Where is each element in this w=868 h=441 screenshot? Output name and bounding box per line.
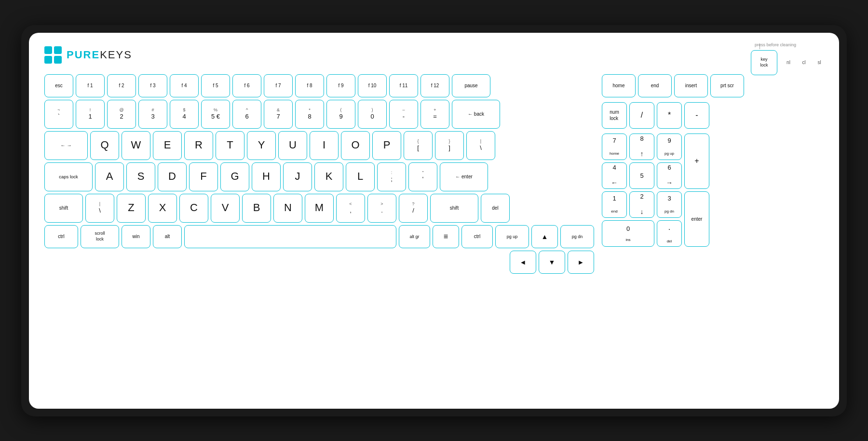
key-f12[interactable]: f 12 <box>420 74 449 97</box>
key-scroll-lock[interactable]: scrolllock <box>81 225 119 248</box>
key-ctrl-right[interactable]: ctrl <box>461 225 493 248</box>
key-down-arrow[interactable]: ▼ <box>539 251 565 274</box>
key-menu[interactable]: ≡ <box>433 225 459 248</box>
key-home[interactable]: home <box>602 74 636 97</box>
key-np6[interactable]: 6→ <box>657 162 682 189</box>
key-np8[interactable]: 8↑ <box>629 134 654 160</box>
key-2[interactable]: @2 <box>107 100 136 129</box>
key-altgr[interactable]: alt gr <box>399 225 430 248</box>
key-np2[interactable]: 2↓ <box>629 191 654 218</box>
key-q[interactable]: Q <box>90 131 119 160</box>
key-keylock[interactable]: keylock <box>751 50 777 75</box>
key-k[interactable]: K <box>314 162 343 191</box>
key-rbracket[interactable]: }] <box>435 131 464 160</box>
key-intl[interactable]: |\ <box>85 194 114 223</box>
key-np0[interactable]: 0ins <box>602 220 654 247</box>
key-equals[interactable]: += <box>420 100 449 129</box>
key-f10[interactable]: f 10 <box>358 74 387 97</box>
key-win[interactable]: win <box>122 225 150 248</box>
key-shift-left[interactable]: shift <box>44 194 83 223</box>
key-f4[interactable]: f 4 <box>170 74 199 97</box>
key-minus[interactable]: –- <box>389 100 418 129</box>
key-4[interactable]: $4 <box>170 100 199 129</box>
key-space[interactable] <box>184 225 396 248</box>
key-m[interactable]: M <box>305 194 334 223</box>
key-0[interactable]: )0 <box>358 100 387 129</box>
key-e[interactable]: E <box>153 131 182 160</box>
key-3[interactable]: #3 <box>138 100 167 129</box>
key-n[interactable]: N <box>273 194 302 223</box>
key-8[interactable]: *8 <box>295 100 324 129</box>
key-insert[interactable]: insert <box>674 74 708 97</box>
key-np7[interactable]: 7home <box>602 134 627 160</box>
key-pause[interactable]: pause <box>452 74 490 97</box>
key-a[interactable]: A <box>95 162 124 191</box>
key-u[interactable]: U <box>278 131 307 160</box>
key-np1[interactable]: 1end <box>602 191 627 218</box>
key-d[interactable]: D <box>158 162 187 191</box>
key-x[interactable]: X <box>148 194 177 223</box>
key-numlock[interactable]: numlock <box>602 102 627 129</box>
key-f5[interactable]: f 5 <box>201 74 230 97</box>
key-f6[interactable]: f 6 <box>232 74 261 97</box>
key-np9[interactable]: 9pg up <box>657 134 682 160</box>
key-1[interactable]: !1 <box>76 100 105 129</box>
key-tilde[interactable]: ~` <box>44 100 73 129</box>
key-p[interactable]: P <box>372 131 401 160</box>
key-shift-right[interactable]: shift <box>430 194 478 223</box>
key-f2[interactable]: f 2 <box>107 74 136 97</box>
key-comma[interactable]: <, <box>336 194 365 223</box>
key-np-multiply[interactable]: * <box>657 102 682 129</box>
key-b[interactable]: B <box>242 194 271 223</box>
key-pgdn-bottom[interactable]: pg dn <box>560 225 594 248</box>
key-quote[interactable]: "' <box>408 162 437 191</box>
key-g[interactable]: G <box>220 162 249 191</box>
key-backspace[interactable]: ← back <box>452 100 500 129</box>
key-f7[interactable]: f 7 <box>264 74 293 97</box>
key-o[interactable]: O <box>341 131 370 160</box>
key-right-arrow[interactable]: ► <box>568 251 594 274</box>
key-prtscr[interactable]: prt scr <box>710 74 744 97</box>
key-np4[interactable]: 4← <box>602 162 627 189</box>
key-f[interactable]: F <box>189 162 218 191</box>
key-r[interactable]: R <box>184 131 213 160</box>
key-left-arrow[interactable]: ◄ <box>510 251 536 274</box>
key-del[interactable]: del <box>481 194 510 223</box>
key-backslash[interactable]: |\ <box>466 131 495 160</box>
key-np-minus[interactable]: - <box>684 102 709 129</box>
key-enter[interactable]: ← enter <box>440 162 488 191</box>
key-alt-left[interactable]: alt <box>153 225 182 248</box>
key-9[interactable]: (9 <box>326 100 355 129</box>
key-np-plus[interactable]: + <box>684 134 709 189</box>
key-y[interactable]: Y <box>247 131 276 160</box>
key-semicolon[interactable]: :; <box>377 162 406 191</box>
key-np-enter[interactable]: enter <box>684 191 709 247</box>
key-np-slash[interactable]: / <box>629 102 654 129</box>
key-l[interactable]: L <box>346 162 375 191</box>
key-f3[interactable]: f 3 <box>138 74 167 97</box>
key-t[interactable]: T <box>216 131 244 160</box>
key-np3[interactable]: 3pg dn <box>657 191 682 218</box>
key-z[interactable]: Z <box>117 194 146 223</box>
key-np-dot[interactable]: .del <box>657 220 682 247</box>
key-esc[interactable]: esc <box>44 74 73 97</box>
key-6[interactable]: ^6 <box>232 100 261 129</box>
key-h[interactable]: H <box>252 162 281 191</box>
key-f1[interactable]: f 1 <box>76 74 105 97</box>
key-tab[interactable]: ←→ <box>44 131 88 160</box>
key-end[interactable]: end <box>638 74 672 97</box>
key-7[interactable]: &7 <box>264 100 293 129</box>
key-5[interactable]: %5 € <box>201 100 230 129</box>
key-np5[interactable]: 5 <box>629 162 654 189</box>
key-f9[interactable]: f 9 <box>326 74 355 97</box>
key-slash[interactable]: ?/ <box>399 194 428 223</box>
key-j[interactable]: J <box>283 162 312 191</box>
key-i[interactable]: I <box>310 131 339 160</box>
key-pgup-bottom[interactable]: pg up <box>495 225 529 248</box>
key-up-arrow[interactable]: ▲ <box>531 225 558 248</box>
key-w[interactable]: W <box>122 131 150 160</box>
key-f8[interactable]: f 8 <box>295 74 324 97</box>
key-f11[interactable]: f 11 <box>389 74 418 97</box>
key-ctrl-left[interactable]: ctrl <box>44 225 78 248</box>
key-v[interactable]: V <box>211 194 240 223</box>
